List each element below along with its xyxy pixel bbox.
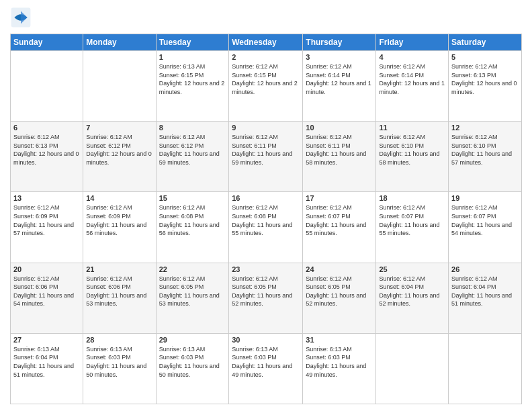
day-number: 10 (306, 124, 373, 132)
day-info: Sunrise: 6:13 AMSunset: 6:03 PMDaylight:… (232, 345, 300, 379)
day-info: Sunrise: 6:12 AMSunset: 6:09 PMDaylight:… (13, 203, 80, 237)
day-info: Sunrise: 6:13 AMSunset: 6:04 PMDaylight:… (13, 345, 80, 379)
calendar-cell (449, 333, 522, 404)
calendar-cell: 6Sunrise: 6:12 AMSunset: 6:13 PMDaylight… (11, 122, 83, 192)
calendar-cell: 15Sunrise: 6:12 AMSunset: 6:08 PMDayligh… (156, 192, 229, 263)
weekday-header-monday: Monday (83, 34, 156, 51)
calendar-cell (376, 333, 449, 404)
day-number: 7 (86, 124, 152, 132)
weekday-header-thursday: Thursday (303, 34, 376, 51)
calendar-cell: 5Sunrise: 6:12 AMSunset: 6:13 PMDaylight… (449, 51, 522, 122)
day-number: 11 (379, 124, 445, 132)
calendar-cell: 7Sunrise: 6:12 AMSunset: 6:12 PMDaylight… (83, 122, 156, 192)
weekday-header-saturday: Saturday (449, 34, 522, 51)
calendar-cell: 11Sunrise: 6:12 AMSunset: 6:10 PMDayligh… (376, 122, 449, 192)
day-number: 1 (159, 53, 226, 61)
week-row-1: 6Sunrise: 6:12 AMSunset: 6:13 PMDaylight… (11, 122, 522, 192)
calendar-cell: 14Sunrise: 6:12 AMSunset: 6:09 PMDayligh… (83, 192, 156, 263)
day-info: Sunrise: 6:12 AMSunset: 6:07 PMDaylight:… (451, 203, 519, 237)
day-info: Sunrise: 6:12 AMSunset: 6:09 PMDaylight:… (86, 203, 152, 237)
day-number: 31 (306, 336, 373, 344)
day-info: Sunrise: 6:12 AMSunset: 6:08 PMDaylight:… (232, 203, 300, 237)
day-info: Sunrise: 6:12 AMSunset: 6:04 PMDaylight:… (379, 275, 445, 308)
calendar-cell: 25Sunrise: 6:12 AMSunset: 6:04 PMDayligh… (376, 263, 449, 333)
weekday-header-sunday: Sunday (11, 34, 83, 51)
day-number: 17 (306, 194, 373, 202)
weekday-header-tuesday: Tuesday (156, 34, 229, 51)
day-number: 15 (159, 194, 226, 202)
day-info: Sunrise: 6:12 AMSunset: 6:11 PMDaylight:… (232, 133, 300, 167)
day-info: Sunrise: 6:12 AMSunset: 6:13 PMDaylight:… (13, 133, 80, 167)
day-number: 16 (232, 194, 300, 202)
calendar-cell: 17Sunrise: 6:12 AMSunset: 6:07 PMDayligh… (303, 192, 376, 263)
calendar-cell: 4Sunrise: 6:12 AMSunset: 6:14 PMDaylight… (376, 51, 449, 122)
day-number: 24 (306, 265, 373, 273)
calendar-cell: 26Sunrise: 6:12 AMSunset: 6:04 PMDayligh… (449, 263, 522, 333)
day-number: 2 (232, 53, 300, 61)
day-info: Sunrise: 6:12 AMSunset: 6:08 PMDaylight:… (159, 203, 226, 237)
calendar-cell: 30Sunrise: 6:13 AMSunset: 6:03 PMDayligh… (229, 333, 303, 404)
weekday-header-row: SundayMondayTuesdayWednesdayThursdayFrid… (11, 34, 522, 51)
logo-icon (10, 7, 32, 28)
calendar-cell: 13Sunrise: 6:12 AMSunset: 6:09 PMDayligh… (11, 192, 83, 263)
day-info: Sunrise: 6:12 AMSunset: 6:05 PMDaylight:… (306, 275, 373, 308)
week-row-0: 1Sunrise: 6:13 AMSunset: 6:15 PMDaylight… (11, 51, 522, 122)
day-number: 26 (451, 265, 519, 273)
calendar-cell: 21Sunrise: 6:12 AMSunset: 6:06 PMDayligh… (83, 263, 156, 333)
day-number: 22 (159, 265, 226, 273)
day-info: Sunrise: 6:12 AMSunset: 6:10 PMDaylight:… (451, 133, 519, 167)
day-info: Sunrise: 6:12 AMSunset: 6:13 PMDaylight:… (451, 62, 519, 96)
day-number: 19 (451, 194, 519, 202)
day-info: Sunrise: 6:13 AMSunset: 6:03 PMDaylight:… (86, 345, 152, 379)
calendar-cell: 29Sunrise: 6:13 AMSunset: 6:03 PMDayligh… (156, 333, 229, 404)
day-number: 9 (232, 124, 300, 132)
day-info: Sunrise: 6:12 AMSunset: 6:06 PMDaylight:… (13, 275, 80, 308)
day-info: Sunrise: 6:12 AMSunset: 6:12 PMDaylight:… (159, 133, 226, 167)
calendar-cell: 1Sunrise: 6:13 AMSunset: 6:15 PMDaylight… (156, 51, 229, 122)
page: SundayMondayTuesdayWednesdayThursdayFrid… (0, 0, 532, 411)
day-info: Sunrise: 6:13 AMSunset: 6:15 PMDaylight:… (159, 62, 226, 96)
day-number: 28 (86, 336, 152, 344)
day-info: Sunrise: 6:12 AMSunset: 6:11 PMDaylight:… (306, 133, 373, 167)
calendar-cell: 2Sunrise: 6:12 AMSunset: 6:15 PMDaylight… (229, 51, 303, 122)
day-info: Sunrise: 6:12 AMSunset: 6:15 PMDaylight:… (232, 62, 300, 96)
day-info: Sunrise: 6:12 AMSunset: 6:14 PMDaylight:… (379, 62, 445, 96)
calendar-cell: 22Sunrise: 6:12 AMSunset: 6:05 PMDayligh… (156, 263, 229, 333)
calendar-cell (11, 51, 83, 122)
day-number: 5 (451, 53, 519, 61)
day-number: 20 (13, 265, 80, 273)
calendar-cell: 8Sunrise: 6:12 AMSunset: 6:12 PMDaylight… (156, 122, 229, 192)
day-number: 3 (306, 53, 373, 61)
weekday-header-friday: Friday (376, 34, 449, 51)
weekday-header-wednesday: Wednesday (229, 34, 303, 51)
day-number: 25 (379, 265, 445, 273)
day-number: 27 (13, 336, 80, 344)
calendar-cell: 27Sunrise: 6:13 AMSunset: 6:04 PMDayligh… (11, 333, 83, 404)
day-info: Sunrise: 6:12 AMSunset: 6:10 PMDaylight:… (379, 133, 445, 167)
calendar-table: SundayMondayTuesdayWednesdayThursdayFrid… (10, 34, 522, 404)
day-number: 30 (232, 336, 300, 344)
day-number: 12 (451, 124, 519, 132)
calendar-cell (83, 51, 156, 122)
day-info: Sunrise: 6:12 AMSunset: 6:14 PMDaylight:… (306, 62, 373, 96)
week-row-4: 27Sunrise: 6:13 AMSunset: 6:04 PMDayligh… (11, 333, 522, 404)
day-info: Sunrise: 6:13 AMSunset: 6:03 PMDaylight:… (159, 345, 226, 379)
calendar-cell: 10Sunrise: 6:12 AMSunset: 6:11 PMDayligh… (303, 122, 376, 192)
week-row-2: 13Sunrise: 6:12 AMSunset: 6:09 PMDayligh… (11, 192, 522, 263)
calendar-cell: 12Sunrise: 6:12 AMSunset: 6:10 PMDayligh… (449, 122, 522, 192)
day-info: Sunrise: 6:12 AMSunset: 6:06 PMDaylight:… (86, 275, 152, 308)
day-number: 18 (379, 194, 445, 202)
calendar-cell: 20Sunrise: 6:12 AMSunset: 6:06 PMDayligh… (11, 263, 83, 333)
calendar-cell: 23Sunrise: 6:12 AMSunset: 6:05 PMDayligh… (229, 263, 303, 333)
day-number: 23 (232, 265, 300, 273)
day-info: Sunrise: 6:13 AMSunset: 6:03 PMDaylight:… (306, 345, 373, 379)
day-number: 4 (379, 53, 445, 61)
calendar-cell: 18Sunrise: 6:12 AMSunset: 6:07 PMDayligh… (376, 192, 449, 263)
day-number: 8 (159, 124, 226, 132)
day-info: Sunrise: 6:12 AMSunset: 6:07 PMDaylight:… (379, 203, 445, 237)
header (10, 7, 522, 28)
day-number: 14 (86, 194, 152, 202)
day-number: 29 (159, 336, 226, 344)
calendar-cell: 31Sunrise: 6:13 AMSunset: 6:03 PMDayligh… (303, 333, 376, 404)
logo (10, 7, 34, 28)
